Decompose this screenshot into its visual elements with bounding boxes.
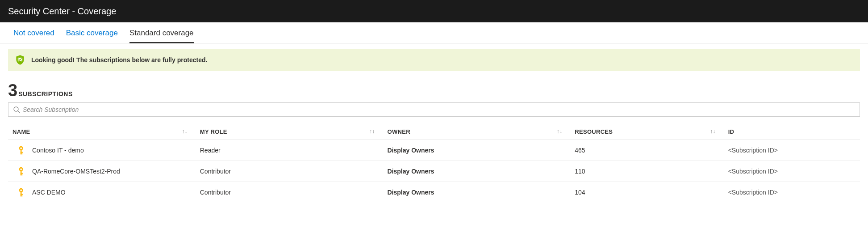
key-icon (17, 145, 27, 155)
display-owners-link[interactable]: Display Owners (383, 140, 571, 161)
column-header-name-label: NAME (13, 128, 30, 135)
column-header-resources[interactable]: RESOURCES ↑↓ (570, 125, 723, 140)
search-box[interactable] (8, 102, 860, 117)
sort-icon: ↑↓ (557, 128, 563, 135)
search-input[interactable] (23, 106, 855, 113)
column-header-role-label: MY ROLE (200, 128, 227, 135)
table-row[interactable]: ASC DEMO Contributor Display Owners 104 … (8, 182, 860, 203)
column-header-id-label: ID (728, 128, 734, 135)
tab-not-covered[interactable]: Not covered (13, 29, 54, 43)
svg-rect-18 (21, 195, 23, 196)
svg-point-2 (14, 107, 18, 111)
column-header-role[interactable]: MY ROLE ↑↓ (196, 125, 383, 140)
column-header-resources-label: RESOURCES (575, 128, 613, 135)
status-banner-text: Looking good! The subscriptions below ar… (31, 56, 207, 64)
subscriptions-table: NAME ↑↓ MY ROLE ↑↓ OWNER ↑↓ RESOURCES ↑↓… (8, 125, 860, 203)
status-banner: Looking good! The subscriptions below ar… (8, 49, 860, 71)
subscription-resources: 110 (570, 161, 723, 182)
subscription-resources: 104 (570, 182, 723, 203)
subscription-name: QA-RomeCore-OMSTest2-Prod (32, 168, 120, 175)
column-header-id[interactable]: ID (724, 125, 860, 140)
svg-point-5 (20, 148, 22, 149)
subscription-role: Contributor (196, 161, 383, 182)
column-header-owner-label: OWNER (388, 128, 410, 135)
subscription-name: ASC DEMO (32, 189, 66, 196)
subscription-resources: 465 (570, 140, 723, 161)
subscription-name: Contoso IT - demo (32, 147, 84, 154)
sort-icon: ↑↓ (182, 128, 188, 135)
key-icon (17, 187, 27, 197)
svg-rect-17 (21, 194, 23, 195)
subscription-role: Reader (196, 140, 383, 161)
table-row[interactable]: QA-RomeCore-OMSTest2-Prod Contributor Di… (8, 161, 860, 182)
count-label: SUBSCRIPTIONS (18, 90, 73, 97)
svg-point-15 (20, 190, 22, 191)
display-owners-link[interactable]: Display Owners (383, 161, 571, 182)
search-icon (13, 106, 20, 113)
subscription-id: <Subscription ID> (724, 140, 860, 161)
count-number: 3 (8, 82, 17, 99)
content-area: Looking good! The subscriptions below ar… (0, 43, 868, 203)
column-header-name[interactable]: NAME ↑↓ (8, 125, 196, 140)
window-header: Security Center - Coverage (0, 0, 868, 22)
key-icon (17, 166, 27, 176)
tabs-row: Not covered Basic coverage Standard cove… (0, 22, 868, 43)
sort-icon: ↑↓ (369, 128, 375, 135)
subscription-id: <Subscription ID> (724, 182, 860, 203)
subscription-id: <Subscription ID> (724, 161, 860, 182)
tab-basic-coverage[interactable]: Basic coverage (66, 29, 118, 43)
display-owners-link[interactable]: Display Owners (383, 182, 571, 203)
shield-check-icon (14, 54, 26, 66)
svg-rect-7 (21, 152, 23, 153)
tab-standard-coverage[interactable]: Standard coverage (129, 29, 194, 43)
svg-rect-13 (21, 174, 23, 175)
svg-rect-12 (21, 173, 23, 174)
svg-point-10 (20, 169, 22, 170)
subscription-role: Contributor (196, 182, 383, 203)
svg-line-3 (18, 111, 20, 113)
table-row[interactable]: Contoso IT - demo Reader Display Owners … (8, 140, 860, 161)
column-header-owner[interactable]: OWNER ↑↓ (383, 125, 571, 140)
page-title: Security Center - Coverage (8, 6, 116, 17)
subscriptions-count: 3 SUBSCRIPTIONS (8, 82, 860, 99)
sort-icon: ↑↓ (710, 128, 716, 135)
svg-rect-8 (21, 153, 23, 154)
